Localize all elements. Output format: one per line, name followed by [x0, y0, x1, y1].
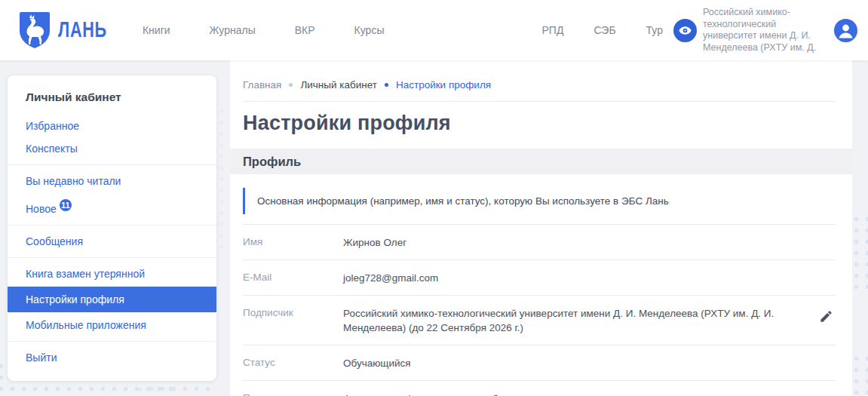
field-value: Факультет цифровых технологий и химическ… — [343, 391, 836, 396]
sidebar-item-favorites[interactable]: Избранное — [8, 115, 216, 137]
sidebar-item-mobile-apps[interactable]: Мобильные приложения — [8, 314, 216, 336]
field-value: Российский химико-технологический универ… — [343, 306, 819, 335]
nav-item-vkr[interactable]: ВКР — [295, 24, 315, 36]
field-value: Жирнов Олег — [343, 235, 836, 250]
breadcrumb-separator-dot — [289, 83, 293, 87]
field-label: Статус — [243, 356, 343, 368]
pencil-icon — [819, 309, 833, 324]
table-row-name: Имя Жирнов Олег — [243, 224, 836, 259]
lan-logo[interactable]: ЛАНЬ — [19, 11, 126, 49]
main-content: Главная Личный кабинет Настройки профиля… — [230, 60, 852, 396]
nav-item-courses[interactable]: Курсы — [354, 24, 385, 36]
subscriber-university-name[interactable]: Российский химико-технологический универ… — [703, 7, 825, 54]
sidebar-item-lost-book[interactable]: Книга взамен утерянной — [8, 262, 216, 285]
nav-item-seb[interactable]: СЭБ — [593, 24, 615, 36]
profile-section-header: Профиль — [230, 149, 852, 174]
divider — [8, 225, 216, 226]
table-row-status: Статус Обучающийся — [243, 345, 836, 380]
breadcrumb: Главная Личный кабинет Настройки профиля — [243, 60, 836, 102]
primary-nav: Книги Журналы ВКР Курсы — [143, 24, 385, 36]
deer-shield-icon — [19, 11, 51, 49]
new-count-badge: 11 — [58, 198, 73, 213]
field-label: Подразделение — [243, 391, 343, 396]
breadcrumb-separator-dot — [385, 83, 388, 87]
nav-item-journals[interactable]: Журналы — [210, 24, 256, 36]
sidebar-item-profile-settings[interactable]: Настройки профиля — [8, 287, 216, 312]
breadcrumb-personal-cabinet[interactable]: Личный кабинет — [300, 79, 377, 91]
nav-item-books[interactable]: Книги — [143, 24, 170, 36]
sidebar-title: Личный кабинет — [8, 89, 216, 115]
personal-cabinet-sidebar: Личный кабинет Избранное Конспекты Вы не… — [8, 75, 216, 381]
table-row-email: E-Mail joleg728@gmail.com — [243, 259, 836, 295]
breadcrumb-home[interactable]: Главная — [243, 79, 281, 91]
divider — [8, 164, 216, 165]
sidebar-item-new-label: Новое — [26, 203, 57, 215]
nav-item-rpd[interactable]: РПД — [542, 24, 564, 36]
breadcrumb-current: Настройки профиля — [396, 79, 491, 91]
sidebar-item-messages[interactable]: Сообщения — [8, 230, 216, 253]
top-header: ЛАНЬ Книги Журналы ВКР Курсы РПД СЭБ Тур… — [0, 0, 868, 60]
divider — [8, 341, 216, 342]
page-title: Настройки профиля — [243, 102, 836, 147]
divider — [8, 257, 216, 258]
dots-decoration — [216, 106, 229, 256]
profile-info-note: Основная информация (например, имя и ста… — [243, 188, 852, 214]
sidebar-item-recently-read[interactable]: Вы недавно читали — [8, 170, 216, 192]
table-row-subscriber: Подписчик Российский химико-технологичес… — [243, 295, 836, 345]
sidebar-item-new[interactable]: Новое11 — [8, 192, 216, 220]
dots-decoration — [851, 353, 868, 396]
table-row-department: Подразделение Факультет цифровых техноло… — [243, 380, 836, 396]
field-value: joleg728@gmail.com — [343, 271, 836, 285]
dots-decoration — [851, 213, 868, 289]
field-value: Обучающийся — [343, 356, 836, 370]
logo-wordmark: ЛАНЬ — [58, 17, 107, 42]
sidebar-item-notes[interactable]: Конспекты — [8, 137, 216, 160]
field-label: Подписчик — [243, 306, 343, 318]
field-label: Имя — [243, 235, 343, 247]
eye-icon[interactable] — [673, 19, 697, 42]
user-account-icon[interactable] — [834, 19, 857, 42]
profile-fields-table: Имя Жирнов Олег E-Mail joleg728@gmail.co… — [243, 224, 836, 396]
sidebar-item-logout[interactable]: Выйти — [8, 346, 216, 369]
field-label: E-Mail — [243, 271, 343, 283]
nav-item-tour[interactable]: Тур — [646, 24, 663, 36]
profile-section-title: Профиль — [243, 155, 301, 169]
secondary-nav: РПД СЭБ Тур — [542, 24, 664, 36]
edit-subscriber-button[interactable] — [819, 309, 836, 326]
